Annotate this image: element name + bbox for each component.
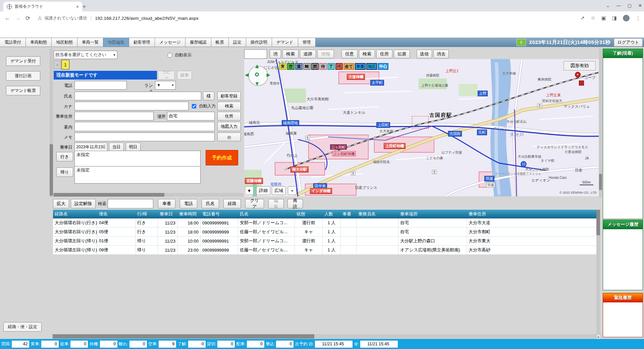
table-header-cell[interactable]: 経路名 <box>53 210 97 218</box>
map-zoom-in-button[interactable]: + <box>288 186 297 195</box>
table-header-cell[interactable]: 乗務員名 <box>357 210 398 218</box>
map-toolbar-button[interactable]: 情報 <box>317 50 334 58</box>
map-layer-toggle[interactable]: 全て <box>343 63 354 70</box>
menu-item[interactable]: メッセージ <box>155 38 185 47</box>
table-header-cell[interactable]: 行/帰 <box>136 210 158 218</box>
profile-avatar[interactable] <box>623 15 630 21</box>
menu-item[interactable]: デマンド <box>272 38 298 47</box>
table-toolbar-button[interactable]: 再読 <box>287 199 303 208</box>
demand-report-button[interactable]: デマンド帳票 <box>6 86 40 95</box>
demand-reception-button[interactable]: デマンド受付 <box>6 56 40 66</box>
table-header-cell[interactable]: 乗車時間 <box>177 210 201 218</box>
phone-input[interactable] <box>74 81 127 90</box>
table-toolbar-button[interactable]: 氏名 <box>202 199 219 208</box>
menu-item[interactable]: 地区動態 <box>52 38 77 47</box>
pan-center-icon[interactable] <box>255 72 259 77</box>
table-row[interactable]: 大分循環左回り(帰り)08便帰り 11/2323:0009099999999 佐… <box>53 246 596 255</box>
table-header-cell[interactable]: 乗車場所 <box>398 210 467 218</box>
table-h-scrollbar-thumb[interactable] <box>53 334 314 339</box>
outbound-button[interactable]: 行き <box>56 152 73 161</box>
menu-item[interactable]: 車両一覧 <box>77 38 103 47</box>
auto-input-checkbox[interactable] <box>192 104 196 108</box>
table-header-cell[interactable]: 乗車日 <box>158 210 177 218</box>
forward-icon[interactable]: → <box>15 15 21 21</box>
discard-button[interactable]: 破棄 <box>177 71 192 80</box>
form-h-scrollbar-thumb[interactable] <box>54 193 164 197</box>
map-layer-toggle[interactable]: 車番 <box>355 63 366 70</box>
logout-button[interactable]: ログアウト <box>614 38 643 47</box>
table-v-scrollbar-thumb[interactable] <box>596 210 600 235</box>
place-input[interactable] <box>167 112 215 120</box>
map-layer-toggle[interactable]: 空 <box>287 63 294 70</box>
search-button[interactable]: 検索 <box>217 102 241 110</box>
map-layer-toggle[interactable]: ベ <box>335 63 343 70</box>
map-scrollbar-thumb[interactable] <box>599 174 602 190</box>
memo-input[interactable] <box>74 133 215 141</box>
create-reservation-button[interactable]: 予約作成 <box>206 150 238 165</box>
extensions-icon[interactable]: ▣ <box>601 15 606 21</box>
address-button[interactable]: 住所 <box>217 112 241 120</box>
table-toolbar-button[interactable]: 設定解除 <box>71 199 96 208</box>
maximize-icon[interactable]: ▢ <box>628 3 632 8</box>
side-panel-icon[interactable]: ◨ <box>612 15 617 21</box>
table-header-cell[interactable]: 乗車住所 <box>467 210 596 218</box>
map-pan-compass[interactable]: ▲ ▼ ◀ ▶ <box>246 64 269 87</box>
emergency-history-body[interactable] <box>603 302 643 337</box>
menu-item[interactable]: 車両動態 <box>26 38 52 47</box>
table-header-cell[interactable]: 車番 <box>341 210 357 218</box>
chevron-down-icon[interactable]: ⌄ <box>606 3 610 8</box>
memo-icon-button[interactable]: ◎ <box>217 133 241 141</box>
table-row[interactable]: 大分循環右回り(行き)05便行き 11/2318:0009099999999 佐… <box>53 228 596 237</box>
table-search-input[interactable] <box>108 199 153 208</box>
new-tab-button[interactable]: + <box>80 3 89 11</box>
guide-input[interactable] <box>74 122 215 131</box>
map-toolbar-button[interactable]: 消去 <box>433 50 449 58</box>
map-search-input[interactable] <box>244 49 267 59</box>
pickup-address-input[interactable] <box>74 112 154 120</box>
map-toolbar-button[interactable]: 住所 <box>376 50 392 58</box>
menu-item[interactable]: 帳票 <box>211 38 229 47</box>
map-layer-toggle[interactable]: 了 <box>327 63 335 70</box>
pan-left-icon[interactable]: ◀ <box>245 72 249 78</box>
shape-enable-button[interactable]: 図形有効 <box>564 61 596 70</box>
table-toolbar-button[interactable]: 拡大 <box>53 199 69 208</box>
operation-plan-button[interactable]: 運行計画 <box>6 71 40 81</box>
bookmark-star-icon[interactable]: ☆ <box>591 15 595 21</box>
inbound-value-box[interactable]: 未指定 <box>74 166 201 184</box>
tab-1[interactable]: 1 <box>61 60 69 69</box>
inbound-button[interactable]: 帰り <box>56 167 73 177</box>
map-detail-button[interactable]: 詳細 <box>256 186 270 195</box>
table-toolbar-button[interactable]: 電話 <box>180 199 197 208</box>
table-toolbar-button[interactable]: 編集 <box>268 199 284 208</box>
today-button[interactable]: 当日 <box>109 143 124 151</box>
map-layer-toggle[interactable]: 地区 <box>366 63 377 70</box>
map-layer-toggle[interactable]: 離 <box>303 63 311 70</box>
table-header-cell[interactable]: 人数 <box>323 210 341 218</box>
honorific-button[interactable]: 様 <box>203 92 214 100</box>
browser-menu-icon[interactable]: ⋮ <box>636 15 641 21</box>
ack-panel-body[interactable] <box>603 58 643 219</box>
url-text[interactable]: 192.168.217.226/avm_cloud_abe2/NSV_main.… <box>95 16 198 21</box>
table-toolbar-button[interactable]: 経路 <box>223 199 241 208</box>
table-toolbar-button[interactable]: クリア <box>245 199 264 208</box>
customer-register-button[interactable]: 顧客登録 <box>217 92 241 100</box>
pan-up-icon[interactable]: ▲ <box>254 63 260 70</box>
table-header-cell[interactable]: 氏名 <box>238 210 295 218</box>
pan-right-icon[interactable]: ▶ <box>266 72 270 78</box>
map-toolbar-button[interactable]: 検索 <box>282 50 299 58</box>
table-header-cell[interactable]: 状態 <box>295 210 323 218</box>
tomorrow-button[interactable]: 明日 <box>126 143 141 151</box>
form-scrollbar-thumb[interactable] <box>50 144 53 196</box>
map-input-button[interactable]: 地図入力 <box>217 122 241 131</box>
scroll-right-arrow[interactable]: ▸ <box>596 334 601 339</box>
copy-button[interactable]: コピー <box>158 71 175 80</box>
menu-item[interactable]: 管理 <box>298 38 316 47</box>
table-row[interactable]: 大分循環左回り(帰り)01便帰り 11/2310:0009099999991 安… <box>53 237 596 246</box>
map-toolbar-button[interactable]: 伝票 <box>394 50 410 58</box>
route-service-settings-button[interactable]: 経路・便・設定 <box>3 322 42 332</box>
name-input[interactable] <box>74 92 201 100</box>
add-tab-button[interactable]: + <box>54 60 61 69</box>
menu-item[interactable]: 電話受付 <box>0 38 26 47</box>
auto-display-checkbox[interactable] <box>168 53 172 57</box>
table-header-cell[interactable]: 便名 <box>97 210 136 218</box>
